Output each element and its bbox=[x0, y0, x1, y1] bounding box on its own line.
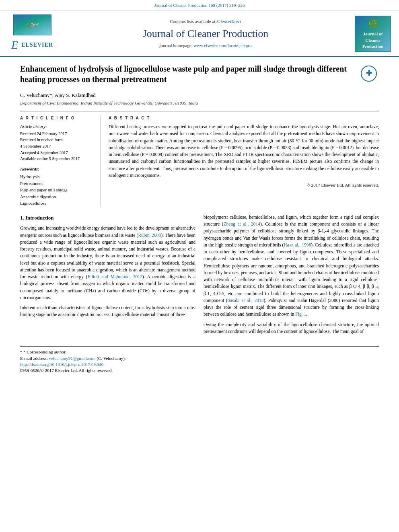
ref-sasaki[interactable]: Sasaki et al., 2013 bbox=[228, 298, 264, 303]
journal-title: Journal of Cleaner Production bbox=[56, 27, 355, 41]
elsevier-logo-image: 🌿🏭🌱 bbox=[13, 14, 51, 35]
journal-header: 🌿🏭🌱 E ELSEVIER Contents lists available … bbox=[0, 10, 399, 57]
article-history: Article history: Received 24 February 20… bbox=[20, 123, 95, 162]
copyright-line: © 2017 Elsevier Ltd. All rights reserved… bbox=[109, 182, 379, 188]
intro-para1: Growing and increasing worldwide energy … bbox=[20, 225, 195, 301]
corresponding-label: * Corresponding author. bbox=[23, 349, 66, 354]
revised-label: Received in revised form bbox=[20, 137, 95, 143]
journal-center-header: Contents lists available at ScienceDirec… bbox=[56, 18, 355, 49]
body-section: 1. Introduction Growing and increasing w… bbox=[20, 214, 379, 338]
body-right-column: biopolymers: cellulose, hemicellulose, a… bbox=[204, 214, 379, 338]
keyword-2: Pretreatment bbox=[20, 180, 95, 187]
affiliation: Department of Civil Engineering, Indian … bbox=[20, 100, 379, 106]
footnote-email: E-mail address: veluchamy91@gmail.com (C… bbox=[20, 355, 379, 362]
intro-number: 1. bbox=[20, 215, 24, 221]
abstract-text: Different heating processes were applied… bbox=[109, 123, 379, 179]
intro-para2: Inherent recalcitrant characteristics of… bbox=[20, 304, 195, 318]
journal-logo-icon: 🌿 bbox=[368, 18, 378, 31]
journal-logo-title-line2: Cleaner bbox=[365, 37, 380, 43]
article-info-column: A R T I C L E I N F O Article history: R… bbox=[20, 115, 101, 207]
footnote-star-symbol: * bbox=[20, 349, 23, 354]
ref-elliott[interactable]: Elliott and Mahmood, 2012 bbox=[88, 274, 142, 279]
journal-logo-right: 🌿 Journal of Cleaner Production bbox=[355, 16, 391, 52]
issn-line: 0959-6526/© 2017 Elsevier Ltd. All right… bbox=[20, 368, 379, 374]
journal-logo-title-line3: Production bbox=[362, 43, 383, 49]
keywords-label: Keywords: bbox=[20, 166, 95, 172]
available-date: Available online 5 September 2017 bbox=[20, 156, 95, 162]
body-columns: 1. Introduction Growing and increasing w… bbox=[20, 214, 379, 338]
revised-date: 4 September 2017 bbox=[20, 144, 95, 150]
sciencedirect-link[interactable]: ScienceDirect bbox=[216, 19, 241, 24]
crossmark-icon: ✚ bbox=[361, 66, 377, 82]
footnote-star: * * Corresponding author. bbox=[20, 349, 379, 355]
body-left-column: 1. Introduction Growing and increasing w… bbox=[20, 214, 195, 338]
two-column-section: A R T I C L E I N F O Article history: R… bbox=[20, 115, 379, 207]
abstract-column: A B S T R A C T Different heating proces… bbox=[109, 115, 379, 207]
received-date: Received 24 February 2017 bbox=[20, 131, 95, 137]
sciencedirect-line: Contents lists available at ScienceDirec… bbox=[56, 18, 355, 25]
crossmark-badge[interactable]: ✚ bbox=[359, 64, 379, 84]
author-names: C. Veluchamy*, Ajay S. Kalamdhad bbox=[20, 92, 96, 98]
elsevier-wordmark: ELSEVIER bbox=[21, 41, 53, 49]
keyword-1: Hydrolysis bbox=[20, 173, 95, 180]
homepage-label: journal homepage: bbox=[160, 43, 193, 48]
intro-heading: 1. Introduction bbox=[20, 214, 195, 222]
citation-text: Journal of Cleaner Production 168 (2017)… bbox=[154, 3, 245, 8]
main-content: Enhancement of hydrolysis of lignocellul… bbox=[0, 57, 399, 382]
email-name: (C. Veluchamy). bbox=[97, 356, 125, 361]
keywords-section: Keywords: Hydrolysis Pretreatment Pulp a… bbox=[20, 166, 95, 207]
keyword-4: Anaerobic digestion bbox=[20, 193, 95, 200]
journal-logo-title-line1: Journal of bbox=[363, 31, 383, 37]
ref-zheng[interactable]: Zheng et al., 2014 bbox=[224, 222, 260, 226]
citation-bar: Journal of Cleaner Production 168 (2017)… bbox=[0, 0, 399, 10]
email-label: E-mail address: bbox=[20, 356, 48, 361]
contents-available-label: Contents lists available at bbox=[170, 19, 216, 24]
authors: C. Veluchamy*, Ajay S. Kalamdhad bbox=[20, 92, 379, 99]
accepted-date: Accepted 4 September 2017 bbox=[20, 150, 95, 156]
intro-para4: Owing the complexity and variability of … bbox=[204, 321, 379, 335]
journal-homepage-line: journal homepage: www.elsevier.com/locat… bbox=[56, 43, 355, 49]
footnote-area: * * Corresponding author. E-mail address… bbox=[20, 346, 379, 374]
article-title: Enhancement of hydrolysis of lignocellul… bbox=[20, 64, 359, 84]
ref-fig1[interactable]: Fig. 1 bbox=[295, 312, 306, 316]
article-info-label: A R T I C L E I N F O bbox=[20, 115, 95, 121]
keyword-5: Lignocellulose bbox=[20, 200, 95, 207]
elsevier-e-letter: E bbox=[11, 37, 18, 53]
article-title-section: Enhancement of hydrolysis of lignocellul… bbox=[20, 64, 379, 88]
homepage-url[interactable]: www.elsevier.com/locate/jclepro bbox=[193, 43, 251, 48]
doi-line[interactable]: http://dx.doi.org/10.1016/j.jclepro.2017… bbox=[20, 362, 379, 368]
elsevier-logo: 🌿🏭🌱 E ELSEVIER bbox=[8, 14, 56, 53]
keyword-3: Pulp and paper mill sludge bbox=[20, 187, 95, 193]
ref-ha[interactable]: Ha et al., 1998 bbox=[284, 242, 311, 247]
abstract-label: A B S T R A C T bbox=[109, 115, 379, 121]
elsevier-logo-top-text: 🌿🏭🌱 bbox=[26, 23, 39, 27]
email-address[interactable]: veluchamy91@gmail.com bbox=[49, 356, 95, 361]
history-label: Article history: bbox=[20, 123, 95, 129]
intro-heading-text: Introduction bbox=[25, 215, 54, 221]
intro-para3: biopolymers: cellulose, hemicellulose, a… bbox=[204, 214, 379, 318]
ref-rubin[interactable]: Rubin, 2008 bbox=[138, 233, 161, 238]
divider-top bbox=[20, 111, 379, 111]
